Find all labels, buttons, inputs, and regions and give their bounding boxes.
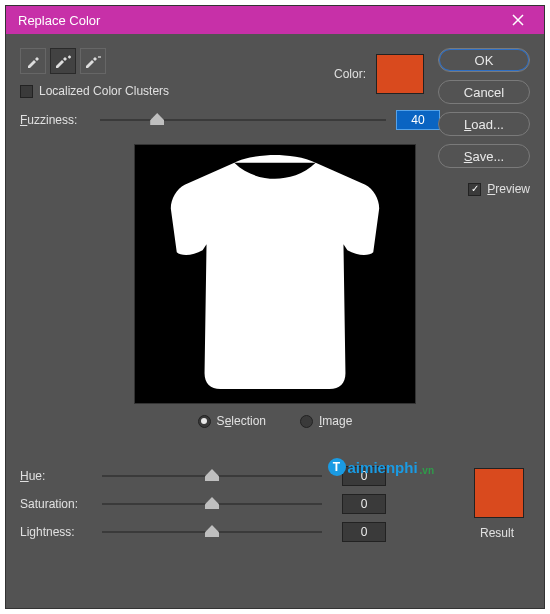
color-swatch[interactable] bbox=[376, 54, 424, 94]
lightness-input[interactable] bbox=[342, 522, 386, 542]
result-swatch[interactable] bbox=[474, 468, 524, 518]
titlebar[interactable]: Replace Color bbox=[6, 6, 544, 34]
eyedropper-plus-icon bbox=[54, 53, 72, 69]
preview-toggle[interactable]: Preview bbox=[438, 182, 530, 196]
saturation-row: Saturation: bbox=[20, 494, 530, 514]
slider-thumb[interactable] bbox=[150, 113, 164, 125]
watermark-text: aimienphi bbox=[348, 459, 418, 476]
eyedropper-add-tool[interactable] bbox=[50, 48, 76, 74]
color-source-area: Color: bbox=[334, 54, 424, 94]
color-label: Color: bbox=[334, 67, 366, 81]
dialog-buttons: OK Cancel Load... Save... Preview bbox=[438, 48, 530, 196]
adjustment-section: Hue: Saturation: Lightness: bbox=[20, 466, 530, 542]
window-title: Replace Color bbox=[18, 13, 100, 28]
tshirt-mask-icon bbox=[135, 145, 415, 403]
eyedropper-minus-icon bbox=[84, 53, 102, 69]
save-button[interactable]: Save... bbox=[438, 144, 530, 168]
preview-mode-radios: Selection Image bbox=[20, 414, 530, 428]
slider-track bbox=[100, 119, 386, 121]
hue-row: Hue: bbox=[20, 466, 530, 486]
ok-button[interactable]: OK bbox=[438, 48, 530, 72]
radio-image[interactable]: Image bbox=[300, 414, 352, 428]
slider-thumb[interactable] bbox=[205, 469, 219, 481]
fuzziness-row: Fuzziness: bbox=[20, 110, 440, 130]
saturation-slider[interactable] bbox=[102, 494, 322, 514]
saturation-input[interactable] bbox=[342, 494, 386, 514]
dialog-body: Color: OK Cancel Load... Save... Preview… bbox=[6, 34, 544, 562]
eyedropper-icon bbox=[25, 53, 41, 69]
slider-thumb[interactable] bbox=[205, 525, 219, 537]
eyedropper-sub-tool[interactable] bbox=[80, 48, 106, 74]
hue-label: Hue: bbox=[20, 469, 92, 483]
slider-thumb[interactable] bbox=[205, 497, 219, 509]
radio-dot-icon bbox=[300, 415, 313, 428]
selection-preview[interactable] bbox=[134, 144, 416, 404]
lightness-label: Lightness: bbox=[20, 525, 92, 539]
replace-color-dialog: Replace Color bbox=[5, 5, 545, 609]
close-icon bbox=[512, 14, 524, 26]
eyedropper-tool[interactable] bbox=[20, 48, 46, 74]
hue-slider[interactable] bbox=[102, 466, 322, 486]
radio-dot-icon bbox=[198, 415, 211, 428]
close-button[interactable] bbox=[498, 8, 538, 32]
lightness-row: Lightness: bbox=[20, 522, 530, 542]
saturation-label: Saturation: bbox=[20, 497, 92, 511]
fuzziness-label: Fuzziness: bbox=[20, 113, 90, 127]
watermark: T aimienphi .vn bbox=[328, 458, 434, 476]
lightness-slider[interactable] bbox=[102, 522, 322, 542]
localized-clusters-label: Localized Color Clusters bbox=[39, 84, 169, 98]
watermark-icon: T bbox=[328, 458, 346, 476]
preview-checkbox[interactable] bbox=[468, 183, 481, 196]
result-label: Result bbox=[470, 526, 524, 540]
localized-clusters-checkbox[interactable] bbox=[20, 85, 33, 98]
watermark-suffix: .vn bbox=[420, 465, 434, 476]
preview-label: Preview bbox=[487, 182, 530, 196]
radio-image-label: Image bbox=[319, 414, 352, 428]
fuzziness-slider[interactable] bbox=[100, 110, 386, 130]
radio-selection[interactable]: Selection bbox=[198, 414, 266, 428]
radio-selection-label: Selection bbox=[217, 414, 266, 428]
load-button[interactable]: Load... bbox=[438, 112, 530, 136]
fuzziness-input[interactable] bbox=[396, 110, 440, 130]
cancel-button[interactable]: Cancel bbox=[438, 80, 530, 104]
